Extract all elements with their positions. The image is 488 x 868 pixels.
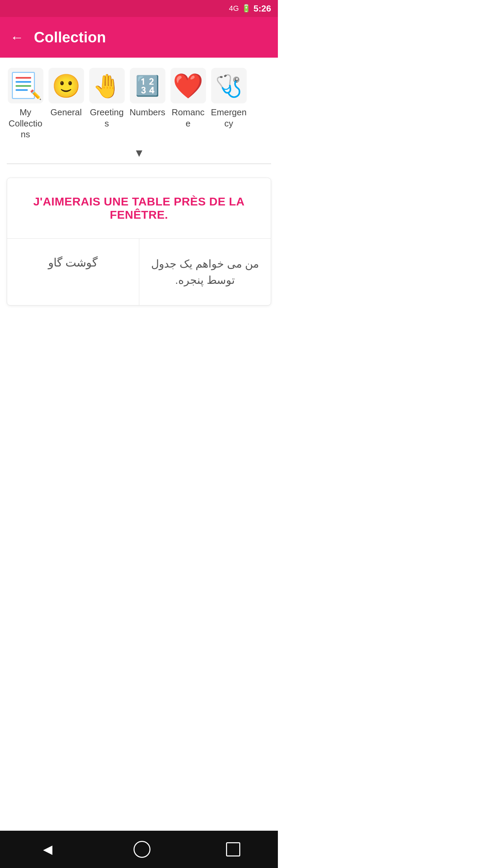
category-icon-my-collections: ✏️ [8, 68, 43, 103]
battery-icon: 🔋 [242, 4, 251, 13]
page-title: Collection [34, 29, 106, 46]
category-item-general[interactable]: 🙂 General [47, 68, 85, 140]
card-area: J'AIMERAIS UNE TABLE PRÈS DE LA FENÊTRE.… [0, 167, 278, 831]
category-icon-romance: ❤️ [170, 68, 206, 103]
category-icon-greetings: 🤚 [89, 68, 125, 103]
section-divider [7, 163, 271, 164]
category-label-my-collections: My Collections [7, 107, 44, 140]
numbers-icon: 🔢 [135, 76, 160, 96]
category-item-numbers[interactable]: 🔢 Numbers [129, 68, 166, 140]
category-icon-emergency: 🩺 [211, 68, 247, 103]
pencil-icon: ✏️ [30, 89, 40, 99]
status-icons: 4G 🔋 5:26 [229, 3, 271, 14]
category-item-emergency[interactable]: 🩺 Emergency [210, 68, 247, 140]
category-label-general: General [50, 107, 82, 118]
category-label-romance: Romance [169, 107, 207, 129]
phrase-bottom: گوشت گاو من می خواهم یک جدول توسط پنجره. [7, 239, 271, 305]
expand-chevron[interactable]: ▾ [136, 145, 142, 160]
category-label-emergency: Emergency [210, 107, 247, 129]
status-bar: 4G 🔋 5:26 [0, 0, 278, 17]
bottom-nav: ◀ [0, 831, 278, 868]
phrase-translation-urdu-long: من می خواهم یک جدول توسط پنجره. [139, 239, 271, 305]
phrase-translation-urdu-short: گوشت گاو [7, 239, 139, 305]
signal-icon: 4G [229, 4, 239, 13]
phrase-french-text: J'AIMERAIS UNE TABLE PRÈS DE LA FENÊTRE. [33, 195, 245, 221]
time-display: 5:26 [253, 3, 271, 14]
category-row: ✏️ My Collections 🙂 General 🤚 Greetings … [7, 68, 271, 140]
category-icon-numbers: 🔢 [130, 68, 165, 103]
my-collections-icon: ✏️ [11, 71, 40, 100]
category-item-greetings[interactable]: 🤚 Greetings [88, 68, 125, 140]
general-icon: 🙂 [52, 74, 81, 97]
greetings-icon: 🤚 [93, 74, 121, 97]
category-label-numbers: Numbers [129, 107, 165, 118]
category-item-romance[interactable]: ❤️ Romance [169, 68, 207, 140]
top-bar: ← Collection [0, 17, 278, 58]
phrase-card: J'AIMERAIS UNE TABLE PRÈS DE LA FENÊTRE.… [7, 178, 271, 305]
category-label-greetings: Greetings [88, 107, 125, 129]
category-item-my-collections[interactable]: ✏️ My Collections [7, 68, 44, 140]
back-button[interactable]: ← [10, 31, 24, 44]
phrase-top: J'AIMERAIS UNE TABLE PRÈS DE LA FENÊTRE. [7, 178, 271, 239]
category-icon-general: 🙂 [48, 68, 84, 103]
nav-recents-button[interactable] [226, 842, 240, 856]
category-area: ✏️ My Collections 🙂 General 🤚 Greetings … [0, 58, 278, 167]
emergency-icon: 🩺 [215, 75, 242, 97]
romance-icon: ❤️ [173, 74, 203, 98]
nav-back-button[interactable]: ◀ [38, 839, 58, 860]
nav-home-button[interactable] [134, 841, 150, 858]
